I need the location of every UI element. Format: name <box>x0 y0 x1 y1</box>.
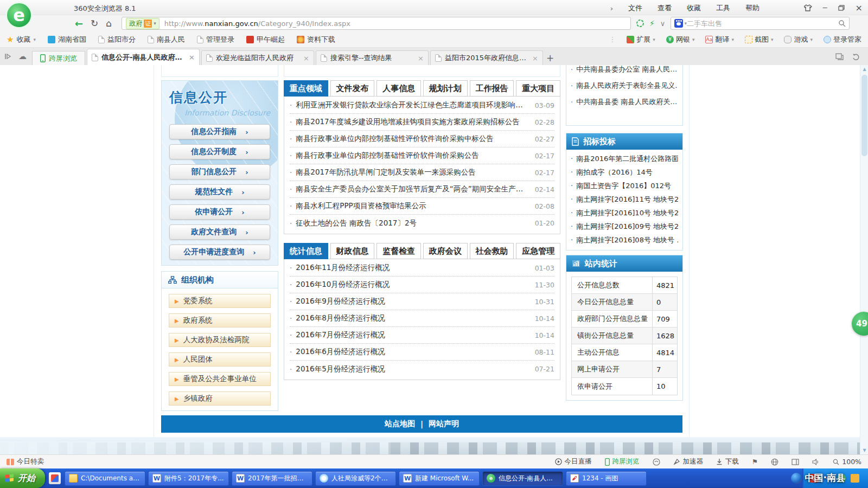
scroll-down-icon[interactable]: ▼ <box>860 446 868 454</box>
tab-annual-report[interactable]: 益阳市2015年政府信息公开年度 × <box>430 50 543 65</box>
notice-link[interactable]: · 中共南县县委 南县人民政府关… <box>571 94 678 110</box>
cross-screen-browse-button[interactable]: 跨屏浏览 <box>32 51 85 65</box>
news-item[interactable]: · 征收土地的公告 南政告〔2017〕2号 01-20 <box>290 215 554 232</box>
task-word-doc1[interactable]: W附件5：2017年专... <box>148 471 229 486</box>
bookmark-yiyang[interactable]: 益阳市分 <box>98 35 136 44</box>
flag-icon[interactable]: ⚑ <box>752 458 758 466</box>
news-item[interactable]: · 2016年7月份经济运行概况 10-14 <box>290 327 554 344</box>
bookmark-admin-login[interactable]: 管理登录 <box>197 35 234 44</box>
tab-search-results[interactable]: 搜索引擎--查询结果 × <box>316 50 429 65</box>
news-item[interactable]: · 2016年9月份经济运行概况 10-31 <box>290 293 554 310</box>
news-tab[interactable]: 应急管理 <box>516 243 560 259</box>
tab-yiyang-gov[interactable]: 欢迎光临益阳市人民政府 × <box>201 50 314 65</box>
search-input[interactable] <box>687 20 838 28</box>
back-button[interactable]: ← <box>75 18 83 29</box>
news-tab[interactable]: 规划计划 <box>423 80 468 97</box>
task-explorer[interactable]: C:\Documents and... <box>65 471 145 486</box>
bid-link[interactable]: · 南土网挂字[2016]09号 地块号2… <box>571 220 678 233</box>
address-input[interactable]: 政府 证 ▾ http://www.nanxian.gov.cn/Categor… <box>122 17 631 30</box>
news-tab[interactable]: 人事信息 <box>376 80 421 97</box>
favorites-button[interactable]: ★ 收藏 ▾ <box>7 35 36 44</box>
ebank-button[interactable]: ¥网银▾ <box>666 35 695 44</box>
tab-close-icon[interactable]: × <box>418 54 424 62</box>
sitemap-link[interactable]: 站点地图 <box>385 419 415 429</box>
news-tab[interactable]: 政府会议 <box>423 243 468 259</box>
scrollbar-thumb[interactable] <box>861 75 867 156</box>
org-link[interactable]: ▶ 垂管及公共企事业单位 <box>169 372 271 386</box>
login-manager-button[interactable]: 登录管家 <box>824 35 861 44</box>
translate-button[interactable]: Aa翻译▾ <box>705 35 734 44</box>
sidebar-nav-button[interactable]: 规范性文件› <box>169 184 270 200</box>
minimize-button[interactable]: ─ <box>823 4 827 12</box>
menu-help[interactable]: 帮助 <box>745 3 760 13</box>
news-tab[interactable]: 财政信息 <box>330 243 375 259</box>
news-tab[interactable]: 文件发布 <box>330 80 375 97</box>
menu-chevron-icon[interactable]: › <box>610 4 613 12</box>
news-item[interactable]: · 2016年11月份经济运行概况 01-03 <box>290 260 554 277</box>
news-item[interactable]: · 利用亚洲开发银行贷款农业综合开发长江绿色生态廊道项目环境影响评价… 03-0… <box>290 97 554 114</box>
tray-misc-icon[interactable] <box>851 474 859 483</box>
side-panel-icon[interactable] <box>4 53 12 60</box>
start-button[interactable]: 开始 <box>0 468 45 488</box>
menu-file[interactable]: 文件 <box>628 3 642 13</box>
globe-icon[interactable] <box>771 458 778 466</box>
org-link[interactable]: ▶ 乡镇政府 <box>169 391 271 406</box>
tab-info-disclosure[interactable]: 信息公开-南县人民政府网站 × <box>87 49 200 65</box>
speaker-icon[interactable] <box>812 459 820 465</box>
bid-link[interactable]: · 南土网挂字[2016]08号 地块号 … <box>571 233 678 247</box>
cloud-sync-icon[interactable]: ☁ <box>18 52 27 61</box>
news-item[interactable]: · 2016年8月份经济运行概况 10-14 <box>290 310 554 327</box>
sidebar-nav-button[interactable]: 政府文件查询› <box>169 224 270 240</box>
sidebar-nav-button[interactable]: 信息公开制度› <box>169 144 270 159</box>
games-button[interactable]: 游戏▾ <box>784 35 813 44</box>
zoom-control[interactable]: 100% <box>833 458 861 466</box>
news-item[interactable]: · 南县安全生产委员会办公室关于加强节后复产及“两会”期间安全生产工… 02-1… <box>290 181 554 198</box>
live-stream-button[interactable]: 今日直播 <box>555 457 592 466</box>
bid-link[interactable]: · 南拍成字（2016）14号 <box>571 165 678 179</box>
news-item[interactable]: · 2016年6月份经济运行概况 08-11 <box>290 344 554 361</box>
org-link[interactable]: ▶ 政府系统 <box>169 313 271 328</box>
adblock-icon[interactable] <box>636 20 644 27</box>
skin-icon[interactable] <box>804 4 812 11</box>
cross-screen-button[interactable]: 跨屏浏览 <box>605 457 640 466</box>
search-magnifier-icon[interactable] <box>838 20 846 27</box>
speed-lightning-icon[interactable]: ⚡ <box>649 19 655 28</box>
sidebar-nav-button[interactable]: 依申请公开› <box>169 204 270 220</box>
home-button[interactable]: ⌂ <box>106 18 112 29</box>
baidu-search-engine-icon[interactable] <box>674 19 683 28</box>
bookmark-nanxian[interactable]: 南县人民 <box>148 35 185 44</box>
menu-view[interactable]: 查看 <box>658 3 672 13</box>
sidebar-nav-button[interactable]: 部门信息公开› <box>169 164 270 179</box>
org-link[interactable]: ▶ 人民团体 <box>169 352 271 367</box>
bid-link[interactable]: · 南国土资告字【2016】012号 <box>571 179 678 192</box>
task-word-new[interactable]: W新建 Microsoft W... <box>399 471 480 486</box>
sidebar-nav-button[interactable]: 信息公开指南› <box>169 124 270 139</box>
notice-link[interactable]: · 中共南县县委办公室 南县人民… <box>571 65 678 78</box>
task-paint[interactable]: 🖌1234 - 画图 <box>566 471 647 486</box>
news-tab[interactable]: 社会救助 <box>470 243 514 259</box>
no-trace-icon[interactable] <box>653 458 660 466</box>
org-link[interactable]: ▶ 党委系统 <box>169 294 271 308</box>
bid-link[interactable]: · 南县2016年第二批通村公路路面… <box>571 152 678 165</box>
reopen-closed-tab-icon[interactable] <box>852 53 860 60</box>
page-scrollbar[interactable]: ▲ ▼ <box>860 65 868 454</box>
tab-list-icon[interactable] <box>835 53 844 60</box>
news-item[interactable]: · 南县水利工程PPP项目资格预审结果公示 02-08 <box>290 198 554 215</box>
extensions-button[interactable]: 扩展▾ <box>627 35 655 44</box>
menu-tools[interactable]: 工具 <box>716 3 730 13</box>
quick-launch-icon[interactable] <box>49 472 61 484</box>
new-tab-button[interactable]: + <box>543 51 557 65</box>
news-item[interactable]: · 2016年5月份经济运行概况 07-21 <box>290 361 554 377</box>
notice-link[interactable]: · 南县人民政府关于表彰全县见义… <box>571 78 678 94</box>
bid-link[interactable]: · 南土网挂字[2016]11号 地块号2… <box>571 192 678 206</box>
address-dropdown-icon[interactable]: ∨ <box>660 20 666 28</box>
browser-360-logo-icon[interactable]: e <box>5 2 33 29</box>
speed-score-badge[interactable]: 49 <box>852 312 868 336</box>
reading-mode-icon[interactable] <box>792 459 799 465</box>
news-item[interactable]: · 2016年10月份经济运行概况 11-30 <box>290 277 554 293</box>
menu-favorites[interactable]: 收藏 <box>687 3 701 13</box>
bid-link[interactable]: · 南土网挂字[2016]10号 地块号2… <box>571 206 678 220</box>
org-link[interactable]: ▶ 人大政协及法检两院 <box>169 333 271 347</box>
news-item[interactable]: · 南县2017年度城乡建设用地增减挂钩项目实施方案政府采购招标公告 02-28 <box>290 114 554 131</box>
statement-link[interactable]: 网站声明 <box>429 419 459 429</box>
